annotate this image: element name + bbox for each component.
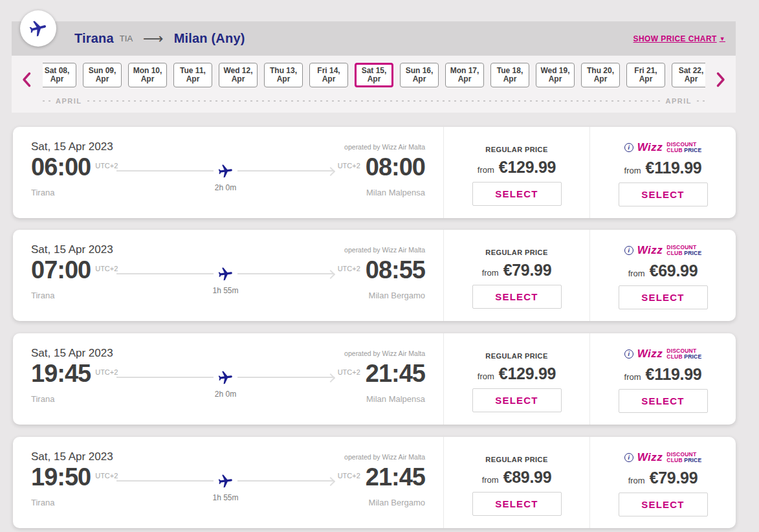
discount-club-price-section: i Wizz DISCOUNT CLUB PRICE from €79.99 S… <box>589 437 736 528</box>
flight-date: Sat, 15 Apr 2023 <box>31 140 113 153</box>
wizz-logo: Wizz <box>637 451 663 464</box>
from-label: from <box>628 269 645 278</box>
arrival-time: 08:00 <box>366 154 425 181</box>
operated-by-label: operated by Wizz Air Malta <box>344 246 425 254</box>
regular-price-label: REGULAR PRICE <box>485 456 547 463</box>
discount-club-price-section: i Wizz DISCOUNT CLUB PRICE from €69.99 S… <box>589 230 736 321</box>
from-label: from <box>624 372 641 382</box>
show-price-chart-label: SHOW PRICE CHART <box>633 34 717 43</box>
date-tab[interactable]: Mon 17, Apr <box>445 63 484 87</box>
origin-airport-code: TIA <box>120 34 133 43</box>
arrival-city: Milan Malpensa <box>366 188 425 197</box>
from-label: from <box>624 166 641 175</box>
arrival-city: Milan Malpensa <box>366 394 425 404</box>
regular-price-value: €89.99 <box>503 468 552 487</box>
regular-price-section: REGULAR PRICE from €89.99 SELECT <box>443 437 589 528</box>
operated-by-label: operated by Wizz Air Malta <box>344 143 425 151</box>
caret-down-icon: ▼ <box>720 36 725 42</box>
arrival-timezone: UTC+2 <box>338 368 360 376</box>
info-icon[interactable]: i <box>624 143 633 152</box>
date-tab-month: Apr <box>232 75 245 83</box>
discount-club-header: i Wizz DISCOUNT CLUB PRICE <box>624 451 702 463</box>
departure-time: 07:00 <box>31 257 91 284</box>
arrival-city: Milan Bergamo <box>369 291 425 300</box>
operated-by-label: operated by Wizz Air Malta <box>344 349 425 357</box>
flight-date: Sat, 15 Apr 2023 <box>31 347 113 360</box>
arrival-time-block: UTC+2 08:55 <box>338 257 425 284</box>
select-discount-button[interactable]: SELECT <box>619 389 708 413</box>
select-discount-button[interactable]: SELECT <box>619 493 708 516</box>
departure-time-block: 19:50 UTC+2 <box>31 464 118 491</box>
flight-date: Sat, 15 Apr 2023 <box>31 450 113 463</box>
flight-date: Sat, 15 Apr 2023 <box>31 243 113 256</box>
date-tab[interactable]: Tue 11, Apr <box>173 63 212 87</box>
date-tab[interactable]: Sun 09, Apr <box>83 63 122 87</box>
regular-price-section: REGULAR PRICE from €79.99 SELECT <box>443 230 589 321</box>
discount-club-header: i Wizz DISCOUNT CLUB PRICE <box>624 244 702 256</box>
discount-club-label: DISCOUNT CLUB PRICE <box>666 348 701 360</box>
arrival-timezone: UTC+2 <box>338 472 360 480</box>
date-tab[interactable]: Wed 12, Apr <box>219 63 258 87</box>
club-price-words: CLUB PRICE <box>666 148 701 153</box>
chevron-left-icon <box>22 72 31 87</box>
flight-duration: 2h 0m <box>116 390 335 399</box>
flight-path-graphic <box>116 164 335 178</box>
carousel-next-button[interactable] <box>714 70 727 89</box>
date-tab[interactable]: Thu 20, Apr <box>581 63 620 87</box>
flight-card: Sat, 15 Apr 2023 operated by Wizz Air Ma… <box>13 333 736 425</box>
regular-price-row: from €89.99 <box>482 468 552 485</box>
flight-path-line-arrow <box>237 480 335 482</box>
route-summary: Tirana TIA ⟶ Milan (Any) <box>74 21 245 56</box>
regular-price-row: from €79.99 <box>482 261 552 278</box>
flight-path-graphic <box>116 474 335 488</box>
date-tab-month: Apr <box>141 75 155 83</box>
departure-city: Tirana <box>31 188 54 197</box>
date-tab-month: Apr <box>50 75 64 83</box>
select-regular-button[interactable]: SELECT <box>472 388 562 412</box>
select-regular-button[interactable]: SELECT <box>472 492 562 516</box>
flight-details-section: Sat, 15 Apr 2023 operated by Wizz Air Ma… <box>13 437 443 528</box>
date-tab[interactable]: Sun 16, Apr <box>400 63 439 87</box>
origin-city: Tirana <box>74 31 114 46</box>
date-tab[interactable]: Sat 15, Apr <box>355 63 393 87</box>
from-label: from <box>628 476 645 485</box>
discount-price-value: €119.99 <box>646 159 702 177</box>
departure-timezone: UTC+2 <box>95 368 118 376</box>
discount-club-header: i Wizz DISCOUNT CLUB PRICE <box>624 141 702 153</box>
date-tab-month: Apr <box>368 75 381 83</box>
info-icon[interactable]: i <box>624 246 633 255</box>
from-label: from <box>482 475 499 485</box>
departure-city: Tirana <box>31 291 54 300</box>
select-regular-button[interactable]: SELECT <box>472 182 562 206</box>
discount-price-row: from €119.99 <box>624 365 702 382</box>
date-tab-month: Apr <box>549 75 562 83</box>
select-discount-button[interactable]: SELECT <box>619 183 708 206</box>
info-icon[interactable]: i <box>624 453 633 462</box>
date-tab[interactable]: Sat 22, Apr <box>672 63 705 87</box>
flight-path-line-arrow <box>237 377 335 378</box>
date-tab[interactable]: Mon 10, Apr <box>128 63 167 87</box>
date-tab[interactable]: Fri 14, Apr <box>309 63 348 87</box>
select-regular-button[interactable]: SELECT <box>472 285 562 309</box>
departure-timezone: UTC+2 <box>95 265 118 272</box>
info-icon[interactable]: i <box>624 349 633 359</box>
date-tab[interactable]: Thu 13, Apr <box>264 63 303 87</box>
route-arrow-icon: ⟶ <box>143 30 164 47</box>
discount-price-row: from €69.99 <box>628 261 698 278</box>
regular-price-section: REGULAR PRICE from €129.99 SELECT <box>443 333 589 425</box>
date-tab[interactable]: Wed 19, Apr <box>536 63 575 87</box>
date-tab[interactable]: Fri 21, Apr <box>626 63 665 87</box>
flight-details-section: Sat, 15 Apr 2023 operated by Wizz Air Ma… <box>13 127 443 218</box>
discount-club-label: DISCOUNT CLUB PRICE <box>666 452 701 463</box>
departure-city: Tirana <box>31 394 54 404</box>
date-tab[interactable]: Sat 08, Apr <box>43 63 76 87</box>
destination-city: Milan (Any) <box>174 31 245 46</box>
date-tab[interactable]: Tue 18, Apr <box>490 63 529 87</box>
carousel-prev-button[interactable] <box>20 70 33 89</box>
date-tab-month: Apr <box>503 75 517 83</box>
show-price-chart-link[interactable]: SHOW PRICE CHART ▼ <box>633 34 725 43</box>
select-discount-button[interactable]: SELECT <box>619 285 708 309</box>
plane-icon <box>27 17 50 40</box>
regular-price-value: €129.99 <box>499 158 556 177</box>
arrival-time-block: UTC+2 21:45 <box>338 464 425 491</box>
